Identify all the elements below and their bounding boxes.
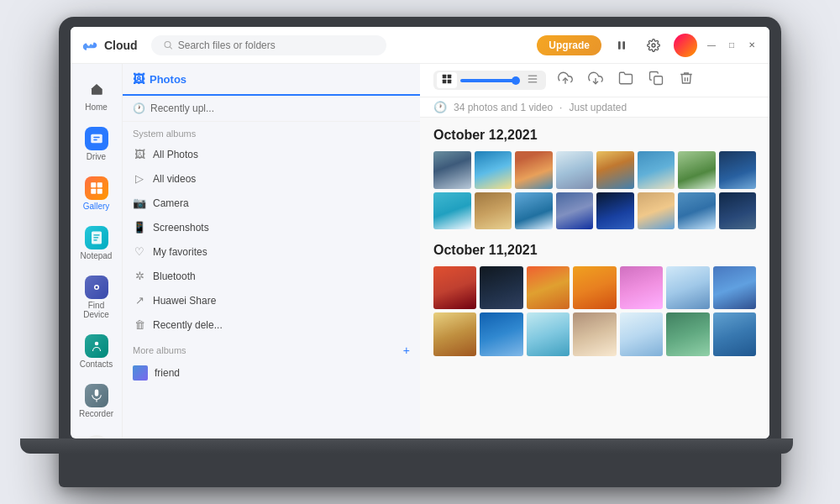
upgrade-button[interactable]: Upgrade bbox=[537, 35, 601, 55]
laptop-shell: Cloud Upgrade bbox=[59, 17, 781, 487]
size-slider-wrap[interactable] bbox=[460, 79, 519, 82]
photo-cell[interactable] bbox=[719, 151, 757, 189]
photo-cell[interactable] bbox=[638, 192, 675, 230]
photo-cell[interactable] bbox=[620, 312, 663, 355]
photo-cell[interactable] bbox=[433, 312, 476, 355]
album-screenshots[interactable]: 📱 Screenshots bbox=[123, 215, 420, 239]
svg-rect-5 bbox=[93, 137, 100, 139]
sidebar-item-find-device[interactable]: Find Device bbox=[74, 269, 119, 326]
sidebar-item-contacts[interactable]: Contacts bbox=[74, 328, 119, 375]
drive-icon bbox=[85, 127, 108, 150]
toolbar bbox=[420, 64, 769, 97]
photo-count: 34 photos and 1 video bbox=[454, 102, 553, 113]
photo-cell[interactable] bbox=[666, 266, 709, 309]
search-input[interactable] bbox=[178, 39, 375, 51]
bluetooth-label: Bluetooth bbox=[153, 270, 196, 282]
settings-icon-btn[interactable] bbox=[642, 34, 665, 57]
album-friend[interactable]: friend bbox=[123, 360, 420, 386]
sidebar-item-notepad[interactable]: Notepad bbox=[74, 219, 119, 267]
photo-cell[interactable] bbox=[666, 312, 709, 355]
sidebar-wrapper: Home Drive Gallery bbox=[71, 64, 420, 438]
sidebar-item-home[interactable]: Home bbox=[74, 71, 119, 118]
screenshots-label: Screenshots bbox=[153, 222, 209, 234]
svg-rect-1 bbox=[618, 41, 621, 49]
photo-cell[interactable] bbox=[713, 266, 756, 309]
delete-button[interactable] bbox=[675, 69, 697, 92]
grid-icon bbox=[442, 74, 452, 84]
sidebar-item-mini-program[interactable]: Miniprogram bbox=[74, 427, 119, 438]
all-photos-label: All Photos bbox=[153, 149, 198, 160]
svg-rect-10 bbox=[97, 189, 102, 194]
photo-cell[interactable] bbox=[515, 151, 553, 189]
photo-cell[interactable] bbox=[596, 151, 634, 189]
album-bluetooth[interactable]: ✲ Bluetooth bbox=[123, 264, 420, 288]
svg-point-17 bbox=[94, 342, 98, 346]
list-view-btn[interactable] bbox=[522, 72, 543, 88]
photo-cell[interactable] bbox=[678, 192, 716, 230]
photo-cell[interactable] bbox=[573, 312, 616, 355]
photo-cell[interactable] bbox=[527, 266, 570, 309]
more-albums-title: More albums bbox=[133, 345, 186, 355]
photo-cell[interactable] bbox=[475, 151, 512, 189]
photo-cell[interactable] bbox=[515, 192, 553, 230]
grid-view-btn[interactable] bbox=[437, 72, 457, 88]
photo-grid-oct11-row1 bbox=[433, 266, 756, 309]
photo-cell[interactable] bbox=[433, 192, 471, 230]
sidebar-item-drive[interactable]: Drive bbox=[74, 120, 119, 168]
photo-cell[interactable] bbox=[556, 151, 594, 189]
photo-cell[interactable] bbox=[527, 312, 570, 355]
photo-cell[interactable] bbox=[620, 266, 663, 309]
recently-uploaded[interactable]: 🕐 Recently upl... bbox=[123, 96, 420, 122]
download-button[interactable] bbox=[585, 69, 606, 92]
album-all-videos[interactable]: ▷ All videos bbox=[123, 166, 420, 191]
photos-tab-icon: 🖼 bbox=[133, 72, 144, 86]
folder-button[interactable] bbox=[615, 69, 637, 92]
photo-cell[interactable] bbox=[638, 151, 675, 189]
photos-scroll[interactable]: October 12,2021 bbox=[420, 118, 769, 438]
title-bar-right: Upgrade — □ ✕ bbox=[537, 34, 758, 57]
notepad-label: Notepad bbox=[81, 251, 113, 260]
photo-cell[interactable] bbox=[573, 266, 616, 309]
photo-grid-oct12-row1 bbox=[433, 151, 756, 189]
photo-cell[interactable] bbox=[475, 192, 512, 230]
svg-rect-12 bbox=[93, 234, 100, 235]
photo-cell[interactable] bbox=[433, 266, 476, 309]
close-button[interactable]: ✕ bbox=[746, 39, 758, 51]
photo-cell[interactable] bbox=[713, 312, 756, 355]
user-avatar[interactable] bbox=[674, 34, 697, 57]
size-slider[interactable] bbox=[460, 79, 519, 82]
svg-rect-13 bbox=[93, 237, 98, 238]
svg-rect-24 bbox=[443, 75, 447, 79]
home-icon bbox=[85, 77, 108, 101]
home-label: Home bbox=[85, 102, 108, 112]
album-recently-deleted[interactable]: 🗑 Recently dele... bbox=[123, 312, 420, 337]
photo-cell[interactable] bbox=[556, 192, 594, 230]
recently-label: Recently upl... bbox=[150, 102, 214, 114]
title-bar: Cloud Upgrade bbox=[71, 27, 769, 64]
sidebar-item-gallery[interactable]: Gallery bbox=[74, 170, 119, 218]
photo-cell[interactable] bbox=[596, 192, 634, 230]
svg-rect-7 bbox=[91, 182, 96, 187]
pause-icon-btn[interactable] bbox=[610, 34, 633, 57]
photo-cell[interactable] bbox=[480, 312, 522, 355]
find-device-icon bbox=[85, 276, 108, 299]
photo-cell[interactable] bbox=[678, 151, 716, 189]
photo-cell[interactable] bbox=[480, 266, 522, 309]
maximize-button[interactable]: □ bbox=[726, 39, 738, 51]
date-section-oct11: October 11,2021 bbox=[433, 243, 756, 356]
search-bar[interactable] bbox=[151, 35, 386, 55]
minimize-button[interactable]: — bbox=[706, 39, 717, 51]
camera-icon: 📷 bbox=[133, 197, 146, 209]
album-camera[interactable]: 📷 Camera bbox=[123, 191, 420, 215]
add-album-button[interactable]: + bbox=[403, 344, 410, 357]
album-all-photos[interactable]: 🖼 All Photos bbox=[123, 142, 420, 166]
copy-button[interactable] bbox=[645, 69, 667, 92]
album-huawei-share[interactable]: ↗ Huawei Share bbox=[123, 288, 420, 312]
photo-cell[interactable] bbox=[719, 192, 757, 230]
photos-tab[interactable]: 🖼 Photos bbox=[123, 64, 420, 96]
sidebar-item-recorder[interactable]: Recorder bbox=[74, 377, 119, 425]
photo-cell[interactable] bbox=[433, 151, 471, 189]
upload-button[interactable] bbox=[554, 69, 576, 92]
upload-icon bbox=[558, 71, 573, 86]
album-favorites[interactable]: ♡ My favorites bbox=[123, 239, 420, 264]
